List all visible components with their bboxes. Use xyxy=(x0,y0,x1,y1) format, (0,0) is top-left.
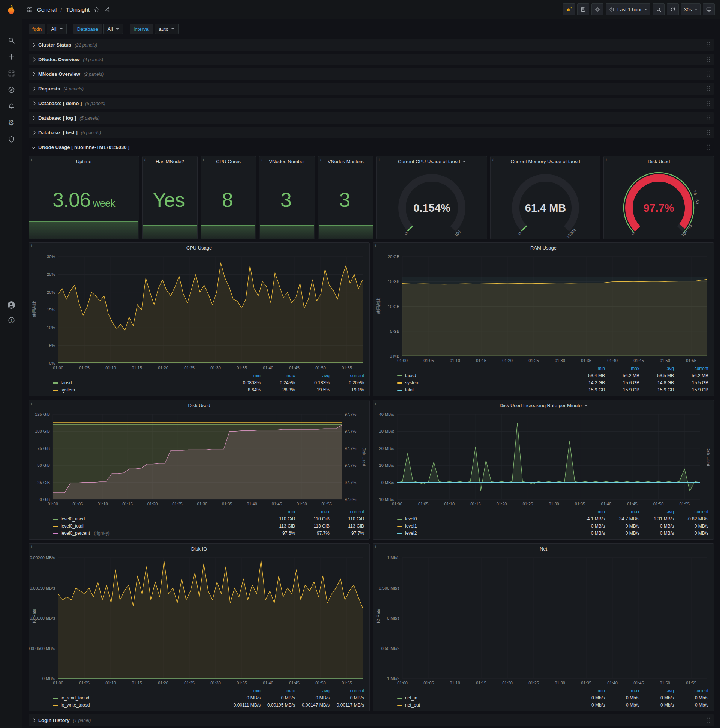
drag-handle[interactable] xyxy=(706,86,710,92)
disk-rate-chart[interactable]: 01:0001:0501:1001:1501:2001:2501:3001:35… xyxy=(373,410,714,508)
zoom-out-button[interactable] xyxy=(653,3,665,15)
legend-header[interactable]: current xyxy=(674,365,708,372)
cycle-view-button[interactable] xyxy=(703,3,715,15)
legend-header[interactable]: min xyxy=(226,687,261,694)
row-requests[interactable]: Requests (4 panels) xyxy=(29,83,714,95)
time-range-picker[interactable]: Last 1 hour xyxy=(606,3,650,15)
drag-handle[interactable] xyxy=(706,42,710,48)
drag-handle[interactable] xyxy=(706,717,710,723)
apps-icon[interactable] xyxy=(26,6,33,13)
panel-title[interactable]: Has MNode? xyxy=(142,156,197,167)
legend-header[interactable]: min xyxy=(571,365,605,372)
net-chart[interactable]: 01:0001:0501:1001:1501:2001:2501:3001:35… xyxy=(373,554,714,687)
legend-series[interactable]: level0_used xyxy=(53,515,261,522)
ram-usage-chart[interactable]: 01:0001:0501:1001:1501:2001:2501:3001:35… xyxy=(373,253,714,364)
legend-header[interactable]: avg xyxy=(639,508,674,515)
legend-header[interactable]: min xyxy=(571,508,605,515)
legend-header[interactable]: min xyxy=(261,508,295,515)
legend-series[interactable]: level0 xyxy=(397,515,571,522)
share-icon[interactable] xyxy=(104,6,111,13)
drag-handle[interactable] xyxy=(706,130,710,136)
legend-header[interactable]: min xyxy=(571,687,605,694)
row-dnode-usage[interactable]: DNode Usage [ huolinhe-TM1701:6030 ] xyxy=(29,141,714,153)
legend-header[interactable]: max xyxy=(295,508,329,515)
info-icon[interactable]: i xyxy=(31,544,32,549)
legend-header[interactable]: current xyxy=(329,372,364,379)
row-dnodes-overview[interactable]: DNodes Overview (4 panels) xyxy=(29,54,714,65)
drag-handle[interactable] xyxy=(706,56,710,63)
variable-value-dropdown[interactable]: All xyxy=(47,24,66,34)
row-cluster-status[interactable]: Cluster Status (21 panels) xyxy=(29,39,714,50)
legend-series[interactable]: level2 xyxy=(397,530,571,537)
legend-series[interactable]: system xyxy=(397,379,571,386)
panel-title[interactable]: CPU Usage xyxy=(29,243,369,253)
panel-title[interactable]: Current Memory Usage of taosd xyxy=(491,156,600,167)
sidebar-configuration-button[interactable]: ⚙ xyxy=(7,119,15,127)
save-dashboard-button[interactable] xyxy=(577,3,589,15)
panel-title[interactable]: VNodes Number xyxy=(259,156,314,167)
disk-io-chart[interactable]: 01:0001:0501:1001:1501:2001:2501:3001:35… xyxy=(29,554,369,687)
variable-value-dropdown[interactable]: All xyxy=(103,24,123,34)
row-login-history[interactable]: Login History (1 panel) xyxy=(29,714,714,726)
user-avatar[interactable] xyxy=(6,300,16,310)
sidebar-search-button[interactable] xyxy=(7,36,15,44)
legend-series[interactable]: level0_total xyxy=(53,523,261,529)
sidebar-explore-button[interactable] xyxy=(7,86,15,94)
row-mnodes-overview[interactable]: MNodes Overview (2 panels) xyxy=(29,68,714,80)
panel-title[interactable]: Disk Used Increasing Rate per Minute xyxy=(373,401,714,410)
info-icon[interactable]: i xyxy=(261,157,262,161)
add-panel-button[interactable] xyxy=(563,3,575,15)
breadcrumb-folder[interactable]: General xyxy=(37,6,56,13)
legend-header[interactable]: avg xyxy=(639,687,674,694)
legend-header[interactable]: current xyxy=(329,508,364,515)
panel-title[interactable]: Uptime xyxy=(29,156,139,167)
star-icon[interactable] xyxy=(93,6,100,13)
disk-used-chart[interactable]: 01:0001:0501:1001:1501:2001:2501:3001:35… xyxy=(29,410,369,508)
sidebar-alerting-button[interactable] xyxy=(7,102,15,110)
legend-header[interactable]: max xyxy=(261,372,295,379)
info-icon[interactable]: i xyxy=(31,243,32,248)
panel-title[interactable]: Disk Used xyxy=(29,401,369,410)
dashboard-title[interactable]: TDinsight xyxy=(66,6,90,13)
legend-header[interactable]: max xyxy=(605,508,639,515)
info-icon[interactable]: i xyxy=(493,157,494,161)
info-icon[interactable]: i xyxy=(379,157,380,161)
sidebar-dashboards-button[interactable] xyxy=(7,69,15,77)
legend-header[interactable]: max xyxy=(605,687,639,694)
legend-series[interactable]: io_read_taosd xyxy=(53,694,226,701)
legend-header[interactable]: avg xyxy=(295,372,329,379)
variable-value-dropdown[interactable]: auto xyxy=(155,24,178,34)
info-icon[interactable]: i xyxy=(375,401,376,405)
legend-header[interactable]: current xyxy=(674,687,708,694)
panel-title[interactable]: Net xyxy=(373,544,714,554)
panel-title[interactable]: Current CPU Usage of taosd xyxy=(377,156,487,167)
sidebar-admin-button[interactable] xyxy=(7,135,15,143)
panel-title[interactable]: VNodes Masters xyxy=(318,156,373,167)
info-icon[interactable]: i xyxy=(375,544,376,549)
legend-header[interactable]: min xyxy=(226,372,261,379)
sidebar-create-button[interactable] xyxy=(7,52,15,61)
grafana-logo[interactable] xyxy=(0,0,23,20)
help-button[interactable]: ? xyxy=(7,316,15,324)
cpu-usage-chart[interactable]: 01:0001:0501:1001:1501:2001:2501:3001:35… xyxy=(29,253,369,372)
legend-header[interactable]: avg xyxy=(639,365,674,372)
info-icon[interactable]: i xyxy=(31,157,32,161)
drag-handle[interactable] xyxy=(706,100,710,107)
panel-title[interactable]: Disk Used xyxy=(604,156,714,167)
legend-header[interactable]: max xyxy=(605,365,639,372)
legend-series[interactable]: net_out xyxy=(397,702,571,708)
refresh-interval-select[interactable]: 30s xyxy=(681,3,700,15)
dashboard-settings-button[interactable] xyxy=(591,3,603,15)
info-icon[interactable]: i xyxy=(31,401,32,405)
drag-handle[interactable] xyxy=(706,144,710,150)
drag-handle[interactable] xyxy=(706,115,710,121)
row-database-log[interactable]: Database: [ log ] (5 panels) xyxy=(29,112,714,124)
legend-header[interactable]: max xyxy=(261,687,295,694)
info-icon[interactable]: i xyxy=(144,157,145,161)
legend-header[interactable]: current xyxy=(329,687,364,694)
legend-series[interactable]: total xyxy=(397,387,571,393)
legend-series[interactable]: taosd xyxy=(53,379,226,386)
refresh-button[interactable] xyxy=(667,3,679,15)
legend-series[interactable]: system xyxy=(53,387,226,393)
panel-title[interactable]: RAM Usage xyxy=(373,243,714,253)
